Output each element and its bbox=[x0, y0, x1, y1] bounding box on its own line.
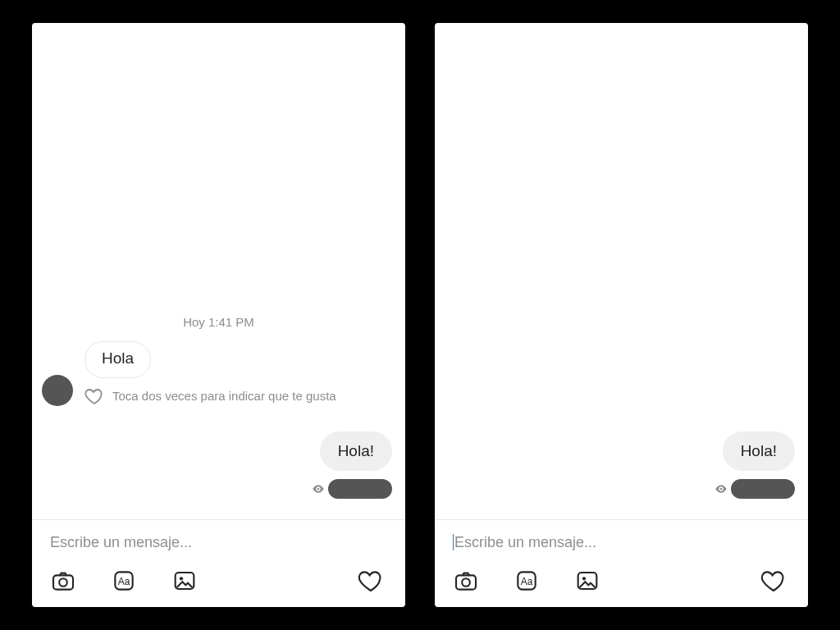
like-hint-text: Toca dos veces para indicar que te gusta bbox=[112, 389, 336, 403]
message-input-placeholder: Escribe un mensaje... bbox=[454, 534, 596, 551]
outgoing-message-bubble[interactable]: Hola! bbox=[723, 431, 795, 471]
camera-icon[interactable] bbox=[453, 568, 479, 594]
sender-avatar[interactable] bbox=[42, 375, 73, 406]
seen-indicator-row bbox=[714, 479, 795, 499]
message-input-placeholder: Escribe un mensaje... bbox=[50, 534, 192, 551]
chat-scroll-area[interactable]: Hoy 1:41 PM Hola Toca dos veces para ind… bbox=[32, 23, 405, 519]
svg-text:Aa: Aa bbox=[521, 576, 533, 587]
chat-screen-left: Hoy 1:41 PM Hola Toca dos veces para ind… bbox=[32, 23, 405, 607]
gallery-icon[interactable] bbox=[171, 568, 198, 594]
chat-screen-right: Hola! Escribe un mensaje... bbox=[435, 23, 808, 607]
seen-eye-icon bbox=[714, 482, 728, 495]
svg-rect-0 bbox=[53, 575, 73, 589]
text-style-icon[interactable]: Aa bbox=[111, 568, 137, 594]
heart-icon[interactable] bbox=[760, 568, 787, 594]
seen-indicator-row bbox=[312, 479, 392, 499]
message-composer: Escribe un mensaje... Aa bbox=[32, 519, 405, 607]
svg-point-11 bbox=[582, 577, 586, 580]
outgoing-message-bubble[interactable]: Hola! bbox=[320, 431, 392, 471]
like-hint-row: Toca dos veces para indicar que te gusta bbox=[84, 386, 336, 406]
seen-by-redacted bbox=[328, 479, 392, 499]
seen-by-redacted bbox=[731, 479, 795, 499]
incoming-message-row: Hola Toca dos veces para indicar que te … bbox=[42, 341, 336, 406]
outgoing-message-wrap: Hola! bbox=[312, 431, 392, 499]
gallery-icon[interactable] bbox=[574, 568, 600, 594]
svg-rect-6 bbox=[456, 575, 476, 589]
svg-point-7 bbox=[462, 578, 470, 587]
svg-point-1 bbox=[59, 578, 67, 587]
chat-scroll-area[interactable]: Hola! bbox=[435, 23, 808, 519]
heart-icon[interactable] bbox=[84, 386, 104, 406]
seen-eye-icon bbox=[312, 482, 325, 495]
svg-point-5 bbox=[180, 577, 183, 580]
camera-icon[interactable] bbox=[50, 568, 76, 594]
svg-text:Aa: Aa bbox=[118, 576, 130, 587]
incoming-message-bubble[interactable]: Hola bbox=[84, 341, 151, 378]
chat-timestamp: Hoy 1:41 PM bbox=[32, 315, 405, 329]
text-style-icon[interactable]: Aa bbox=[514, 568, 540, 594]
message-input[interactable]: Escribe un mensaje... bbox=[453, 532, 790, 553]
heart-icon[interactable] bbox=[358, 568, 384, 594]
text-caret bbox=[453, 534, 454, 550]
outgoing-message-wrap: Hola! bbox=[714, 431, 795, 499]
message-composer: Escribe un mensaje... Aa bbox=[435, 519, 808, 607]
message-input[interactable]: Escribe un mensaje... bbox=[50, 532, 387, 553]
